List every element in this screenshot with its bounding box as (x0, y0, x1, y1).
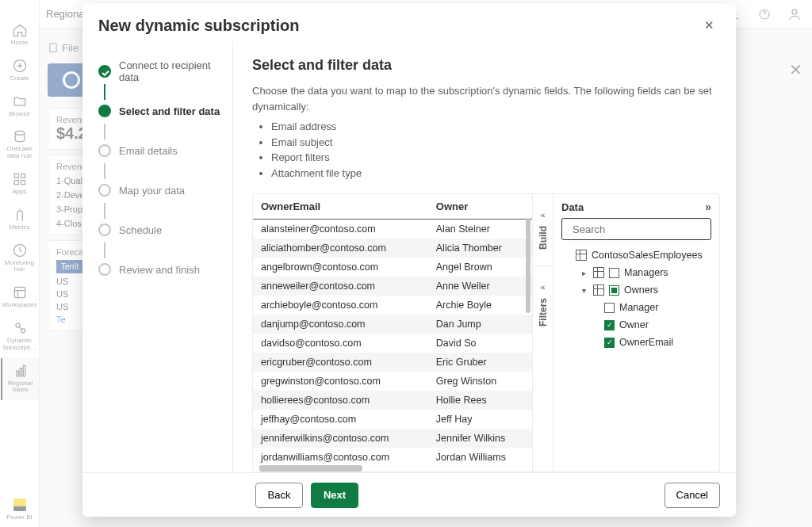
table-icon (593, 285, 604, 296)
table-cell: Archie Boyle (428, 296, 532, 315)
preview-table: OwnerEmailOwner alansteiner@contoso.comA… (253, 194, 532, 467)
table-row[interactable]: jenniferwilkins@contoso.comJennifer Wilk… (253, 429, 532, 448)
data-fields-panel: Data » ▸ ContosoSalesEmployees (553, 194, 719, 472)
step-bullet-icon (98, 263, 111, 276)
wizard-steps: Connect to recipient dataSelect and filt… (82, 41, 233, 472)
data-panel-title: Data (561, 201, 584, 213)
table-cell: Dan Jump (428, 315, 532, 334)
description-bullet: Email subject (271, 135, 720, 151)
table-cell: Anne Weiler (428, 277, 532, 296)
panel-expand-icon[interactable]: » (705, 200, 711, 213)
table-cell: Hollie Rees (428, 391, 532, 410)
table-cell: Greg Winston (428, 372, 532, 391)
cancel-button[interactable]: Cancel (665, 483, 720, 508)
tree-hierarchy-managers[interactable]: ▸ Managers (561, 264, 711, 281)
fields-search-input[interactable] (561, 218, 711, 240)
svg-point-19 (567, 229, 568, 230)
table-cell: danjump@contoso.com (253, 315, 428, 334)
table-cell: Jeff Hay (428, 410, 532, 429)
chevron-left-icon: « (540, 210, 545, 220)
field-label: Owner (619, 319, 649, 330)
table-row[interactable]: angelbrown@contoso.comAngel Brown (253, 258, 532, 277)
chevron-down-icon: ▾ (579, 286, 588, 295)
wizard-step[interactable]: Map your data (98, 178, 223, 203)
field-label: OwnerEmail (619, 337, 673, 348)
table-cell: hollierees@contoso.com (253, 391, 428, 410)
table-cell: archieboyle@contoso.com (253, 296, 428, 315)
vtab-filters[interactable]: «Filters (533, 265, 553, 342)
vtab-build[interactable]: «Build (533, 194, 553, 265)
next-button[interactable]: Next (311, 483, 358, 508)
table-cell: davidso@contoso.com (253, 334, 428, 353)
data-region: OwnerEmailOwner alansteiner@contoso.comA… (252, 193, 720, 472)
table-row[interactable]: ericgruber@contoso.comEric Gruber (253, 353, 532, 372)
fields-tree: ▸ ContosoSalesEmployees ▸ Managers (561, 246, 711, 351)
table-cell: angelbrown@contoso.com (253, 258, 428, 277)
column-header[interactable]: Owner (428, 194, 532, 220)
horizontal-scrollbar[interactable] (259, 465, 362, 472)
table-cell: anneweiler@contoso.com (253, 277, 428, 296)
table-row[interactable]: alansteiner@contoso.comAlan Steiner (253, 220, 532, 239)
tree-hierarchy-owners[interactable]: ▾ Owners (561, 281, 711, 299)
checkbox-managers[interactable] (609, 268, 619, 278)
step-bullet-icon (98, 144, 111, 157)
dialog-footer: Back Next Cancel (82, 472, 736, 517)
table-row[interactable]: aliciathomber@contoso.comAlicia Thomber (253, 239, 532, 258)
chevron-left-icon: « (540, 282, 545, 292)
column-header[interactable]: OwnerEmail (253, 194, 428, 220)
table-cell: Alan Steiner (428, 220, 532, 239)
table-icon (576, 250, 587, 261)
field-checkbox[interactable] (604, 303, 615, 313)
table-row[interactable]: jordanwilliams@contoso.comJordan William… (253, 448, 532, 467)
new-dynamic-subscription-dialog: New dynamic subscription ✕ Connect to re… (82, 3, 736, 517)
table-cell: aliciathomber@contoso.com (253, 239, 428, 258)
table-row[interactable]: danjump@contoso.comDan Jump (253, 315, 532, 334)
tree-field[interactable]: Owner (561, 316, 711, 334)
step-label: Map your data (119, 185, 185, 197)
step-label: Select and filter data (119, 105, 220, 117)
step-label: Email details (119, 145, 178, 157)
table-cell: ericgruber@contoso.com (253, 353, 428, 372)
field-checkbox[interactable] (604, 338, 615, 348)
tree-field[interactable]: OwnerEmail (561, 334, 711, 351)
table-row[interactable]: jeffhay@contoso.comJeff Hay (253, 410, 532, 429)
wizard-step[interactable]: Select and filter data (98, 98, 223, 124)
table-cell: Alicia Thomber (428, 239, 532, 258)
table-cell: Jennifer Wilkins (428, 429, 532, 448)
tree-table-contososalesemployees[interactable]: ▸ ContosoSalesEmployees (561, 246, 711, 264)
step-bullet-icon (98, 105, 111, 117)
step-label: Schedule (119, 224, 162, 236)
table-row[interactable]: hollierees@contoso.comHollie Rees (253, 391, 532, 410)
table-icon (593, 267, 604, 278)
wizard-step[interactable]: Schedule (98, 217, 223, 242)
vertical-scrollbar[interactable] (524, 218, 532, 472)
data-preview-table-pane[interactable]: OwnerEmailOwner alansteiner@contoso.comA… (253, 194, 532, 472)
table-cell: Jordan Williams (428, 448, 532, 467)
field-label: Manager (619, 302, 658, 313)
step-bullet-icon (98, 223, 111, 236)
chevron-right-icon: ▸ (579, 269, 588, 277)
description-bullet: Email address (271, 119, 720, 135)
dialog-title: New dynamic subscription (98, 17, 698, 35)
wizard-step[interactable]: Review and finish (98, 257, 223, 282)
tree-field[interactable]: Manager (561, 299, 711, 316)
table-cell: jordanwilliams@contoso.com (253, 448, 428, 467)
dialog-close-button[interactable]: ✕ (698, 14, 720, 36)
step-label: Connect to recipient data (119, 59, 223, 83)
table-cell: Angel Brown (428, 258, 532, 277)
checkbox-owners[interactable] (609, 285, 619, 296)
description-bullet: Attachment file type (271, 166, 720, 181)
search-icon (567, 223, 568, 235)
table-cell: gregwinston@contoso.com (253, 372, 428, 391)
table-row[interactable]: archieboyle@contoso.comArchie Boyle (253, 296, 532, 315)
back-button[interactable]: Back (255, 483, 303, 508)
wizard-step[interactable]: Email details (98, 138, 223, 163)
page-heading: Select and filter data (252, 57, 720, 74)
table-cell: jeffhay@contoso.com (253, 410, 428, 429)
table-row[interactable]: davidso@contoso.comDavid So (253, 334, 532, 353)
table-row[interactable]: anneweiler@contoso.comAnne Weiler (253, 277, 532, 296)
step-label: Review and finish (119, 264, 200, 276)
table-row[interactable]: gregwinston@contoso.comGreg Winston (253, 372, 532, 391)
field-checkbox[interactable] (604, 320, 615, 330)
wizard-step[interactable]: Connect to recipient data (98, 59, 223, 84)
